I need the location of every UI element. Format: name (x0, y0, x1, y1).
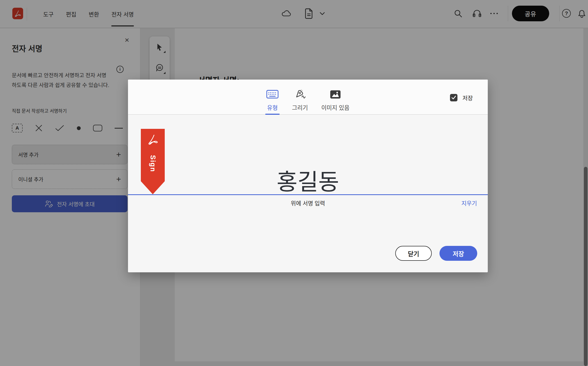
tab-image-label: 이미지 있음 (321, 103, 350, 111)
tab-type-label: 유형 (267, 103, 278, 111)
signature-mode-tabs: 유형 그리기 (266, 80, 350, 115)
save-signature-option: 저장 (450, 93, 473, 102)
save-checkbox[interactable] (450, 94, 457, 101)
image-icon (329, 87, 341, 99)
keyboard-icon (266, 87, 279, 99)
tab-draw[interactable]: 그리기 (292, 80, 308, 115)
save-button[interactable]: 저장 (439, 246, 477, 261)
tab-draw-label: 그리기 (292, 103, 308, 111)
save-checkbox-label: 저장 (463, 93, 473, 102)
signature-baseline (128, 194, 488, 195)
check-icon (451, 95, 456, 100)
close-button[interactable]: 닫기 (395, 246, 432, 261)
acrobat-esign-screen: 도구 편집 변환 전자 서명 (0, 0, 588, 366)
signature-input-area[interactable]: 홍길동 (128, 169, 488, 194)
tab-type[interactable]: 유형 (266, 80, 279, 115)
create-signature-dialog: 유형 그리기 (128, 80, 488, 272)
acrobat-swirl-icon (147, 134, 159, 146)
clear-signature-link[interactable]: 지우기 (461, 199, 477, 207)
dialog-header: 유형 그리기 (128, 80, 488, 115)
signature-caption: 위에 서명 입력 (128, 199, 488, 207)
tab-image[interactable]: 이미지 있음 (321, 80, 350, 115)
fountain-pen-icon (294, 87, 306, 99)
